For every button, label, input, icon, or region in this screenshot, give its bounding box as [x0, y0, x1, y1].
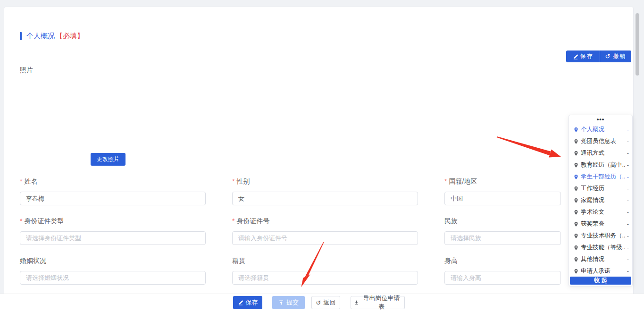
panel-item-label: 学术论文: [581, 208, 604, 216]
footer-action-bar: 保存 提交 ↺返回 导出岗位申请表: [0, 294, 644, 312]
upload-icon: [278, 300, 284, 305]
panel-item-学术论文[interactable]: 学术论文-: [569, 206, 632, 218]
input-身高[interactable]: [444, 271, 561, 285]
panel-item-党团员信息表[interactable]: 党团员信息表-: [569, 135, 632, 147]
pen-save-icon: [573, 54, 578, 59]
input-籍贯[interactable]: [232, 271, 418, 285]
location-pin-icon: [573, 127, 579, 133]
location-pin-icon: [573, 186, 579, 192]
location-pin-icon: [573, 233, 579, 239]
location-pin-icon: [573, 210, 579, 215]
panel-item-label: 家庭情况: [581, 196, 604, 204]
panel-item-dash: -: [626, 126, 629, 133]
submit-button[interactable]: 提交: [272, 296, 305, 309]
undo-button-top[interactable]: ↺撤销: [600, 51, 631, 62]
panel-item-dash: -: [626, 162, 629, 169]
panel-item-dash: -: [626, 209, 629, 216]
panel-item-dash: -: [626, 174, 629, 180]
panel-item-dash: -: [626, 245, 629, 251]
field-label-国籍/地区: *国籍/地区: [444, 177, 477, 186]
back-icon: ↺: [316, 300, 321, 306]
panel-item-专业技术职务（...[interactable]: 专业技术职务（...-: [569, 230, 632, 242]
panel-item-label: 党团员信息表: [581, 137, 616, 145]
location-pin-icon: [573, 139, 579, 144]
panel-item-专业技能（等级...[interactable]: 专业技能（等级...-: [569, 242, 632, 253]
header-actions: 保存 ↺撤销: [566, 51, 631, 62]
panel-item-dash: -: [626, 138, 629, 145]
field-label-身份证件号: *身份证件号: [232, 217, 269, 226]
panel-item-label: 专业技术职务（...: [581, 232, 626, 240]
save-button-top[interactable]: 保存: [566, 51, 600, 62]
location-pin-icon: [573, 174, 579, 180]
page: 个人概况 【必填】 保存 ↺撤销 照片 更改照片 *姓名*性别*国籍/地区*身份…: [0, 0, 644, 312]
save-button-bottom[interactable]: 保存: [233, 296, 262, 309]
back-button-label: 返回: [323, 298, 335, 307]
export-button-label: 导出岗位申请表: [361, 294, 401, 311]
section-title: 个人概况: [26, 32, 55, 41]
panel-item-家庭情况[interactable]: 家庭情况-: [569, 194, 632, 206]
panel-item-获奖荣誉[interactable]: 获奖荣誉-: [569, 218, 632, 230]
location-pin-icon: [573, 269, 579, 274]
panel-item-dash: -: [626, 150, 629, 157]
input-身份证件号[interactable]: [232, 231, 418, 245]
panel-item-dash: -: [626, 221, 629, 228]
section-anchor-panel: ••• 个人概况-党团员信息表-通讯方式-教育经历（高中...-学生干部经历（.…: [569, 115, 633, 287]
panel-item-教育经历（高中...[interactable]: 教育经历（高中...-: [569, 159, 632, 171]
save-button-label: 保存: [580, 52, 594, 60]
undo-icon: ↺: [605, 53, 611, 59]
panel-item-label: 获奖荣誉: [581, 220, 604, 228]
panel-item-label: 申请人承诺: [581, 267, 611, 275]
undo-button-label: 撤销: [613, 52, 626, 60]
input-民族[interactable]: [444, 231, 561, 245]
submit-button-label: 提交: [286, 298, 299, 307]
required-asterisk: *: [20, 177, 22, 185]
panel-item-dash: -: [626, 256, 629, 263]
more-dots-icon[interactable]: •••: [569, 116, 632, 123]
panel-item-其他情况[interactable]: 其他情况-: [569, 253, 632, 265]
panel-item-label: 学生干部经历（...: [581, 173, 626, 181]
collapse-button[interactable]: 收 起: [570, 277, 631, 285]
panel-item-个人概况[interactable]: 个人概况-: [569, 124, 632, 135]
input-婚姻状况[interactable]: [20, 271, 206, 285]
panel-item-dash: -: [626, 268, 629, 275]
back-button[interactable]: ↺返回: [311, 296, 340, 309]
scrollbar-thumb[interactable]: [636, 13, 639, 76]
required-asterisk: *: [20, 217, 22, 225]
photo-label: 照片: [20, 66, 33, 75]
panel-item-学生干部经历（...[interactable]: 学生干部经历（...-: [569, 171, 632, 183]
location-pin-icon: [573, 198, 579, 203]
save-button-label: 保存: [246, 298, 258, 307]
location-pin-icon: [573, 151, 579, 156]
field-label-籍贯: 籍贯: [232, 256, 245, 265]
field-label-民族: 民族: [444, 217, 458, 226]
panel-item-label: 教育经历（高中...: [581, 161, 626, 169]
export-application-button[interactable]: 导出岗位申请表: [351, 296, 405, 309]
panel-item-label: 工作经历: [581, 185, 604, 193]
panel-item-label: 专业技能（等级...: [581, 244, 626, 252]
panel-item-工作经历[interactable]: 工作经历-: [569, 183, 632, 194]
pen-save-icon: [238, 300, 243, 305]
panel-item-dash: -: [626, 197, 629, 204]
panel-item-申请人承诺[interactable]: 申请人承诺-: [569, 265, 632, 277]
input-身份证件类型[interactable]: [20, 231, 206, 245]
input-姓名[interactable]: [20, 192, 206, 205]
location-pin-icon: [573, 257, 579, 262]
section-title-bar: [20, 32, 22, 40]
field-label-身份证件类型: *身份证件类型: [20, 217, 64, 226]
field-label-身高: 身高: [444, 256, 458, 265]
location-pin-icon: [573, 162, 579, 168]
location-pin-icon: [573, 245, 579, 251]
input-国籍/地区[interactable]: [444, 192, 561, 205]
form-card: 个人概况 【必填】 保存 ↺撤销 照片 更改照片 *姓名*性别*国籍/地区*身份…: [4, 7, 634, 312]
location-pin-icon: [573, 221, 579, 227]
field-label-姓名: *姓名: [20, 177, 37, 186]
field-label-性别: *性别: [232, 177, 250, 186]
section-header: 个人概况 【必填】: [20, 32, 84, 41]
panel-item-通讯方式[interactable]: 通讯方式-: [569, 147, 632, 159]
download-icon: [354, 300, 359, 305]
panel-item-list: 个人概况-党团员信息表-通讯方式-教育经历（高中...-学生干部经历（...-工…: [569, 124, 632, 277]
change-photo-button[interactable]: 更改照片: [91, 153, 125, 166]
input-性别[interactable]: [232, 192, 418, 205]
field-label-婚姻状况: 婚姻状况: [20, 256, 46, 265]
panel-item-label: 个人概况: [581, 126, 604, 134]
